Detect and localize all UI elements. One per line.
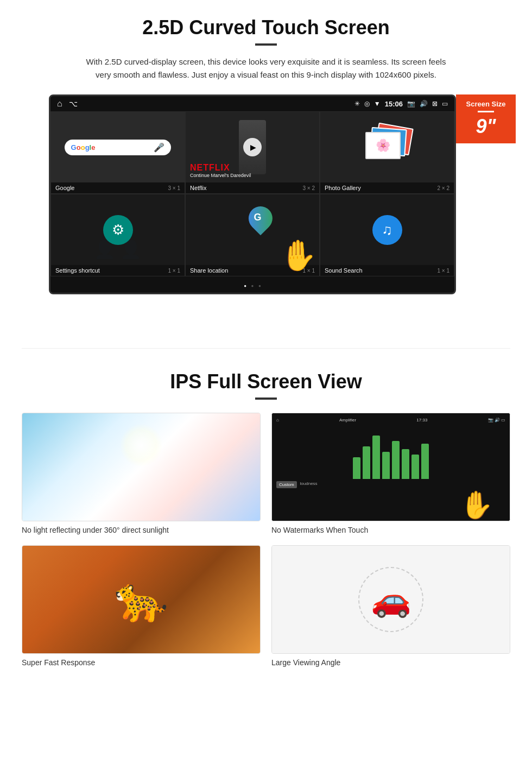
tablet-frame: ⌂ ⌥ ✳ ◎ ▼ 15:06 📷 🔊 ⊠ ▭ [49, 94, 456, 294]
eq-app-name: Amplifier [339, 418, 356, 422]
sound-bg: ♫ [320, 194, 454, 265]
usb-icon: ⌥ [69, 99, 78, 108]
gmaps-icon: G [244, 201, 277, 235]
eq-bar-8 [421, 444, 429, 479]
page-wrapper: 2.5D Curved Touch Screen With 2.5D curve… [0, 0, 532, 683]
share-cell[interactable]: G 🤚 Share location 1 × 1 [185, 194, 320, 276]
feature-equalizer: ⌂ Amplifier 17:33 📷 🔊 ▭ [271, 413, 510, 534]
window-icon: ▭ [442, 100, 448, 108]
shadow-person-2: 👤 [120, 239, 142, 260]
photo-name: Photo Gallery [325, 185, 361, 191]
cheetah-bg: 🐆 [22, 546, 260, 653]
cheetah-image: 🐆 [22, 545, 261, 654]
share-content: G 🤚 [186, 194, 319, 265]
settings-content: ⚙ 👤 👤 [51, 194, 185, 265]
photo-content: 🌸 [320, 112, 454, 182]
sound-size: 1 × 1 [437, 268, 449, 274]
google-bg: Google 🎤 [51, 112, 185, 182]
car-bg: 🚗 [272, 546, 510, 653]
photo-stack: 🌸 [365, 125, 409, 169]
feature-cheetah: 🐆 Super Fast Response [22, 545, 261, 667]
photo-cell[interactable]: 🌸 Photo Gallery 2 × 2 [320, 111, 454, 194]
eq-screen-mock: ⌂ Amplifier 17:33 📷 🔊 ▭ [272, 413, 510, 521]
section2-divider [255, 398, 277, 400]
eq-loudness-text: loudness [300, 481, 318, 488]
settings-size: 1 × 1 [168, 268, 180, 274]
settings-label: Settings shortcut 1 × 1 [51, 265, 185, 276]
page-indicator: ● ● ● [50, 276, 454, 293]
section1-divider [255, 43, 277, 46]
home-icon: ⌂ [57, 99, 62, 109]
section1-desc: With 2.5D curved-display screen, this de… [81, 55, 451, 81]
google-label: Google 3 × 1 [51, 182, 185, 193]
netflix-subtitle-text: Continue Marvel's Daredevil [190, 173, 251, 178]
cheetah-emoji: 🐆 [114, 574, 168, 625]
mic-icon: 🎤 [154, 142, 164, 153]
netflix-cell[interactable]: ▶ NETFLIX Continue Marvel's Daredevil Ne… [185, 111, 320, 194]
section2-title: IPS Full Screen View [22, 370, 510, 393]
camera-icon: 📷 [407, 100, 415, 108]
eq-bottom-controls: Custom loudness [276, 481, 505, 488]
eq-bar-6 [402, 449, 409, 479]
sunlight-image [22, 413, 261, 521]
eq-bar-1 [353, 457, 360, 479]
badge-size-text: 9" [463, 115, 509, 138]
badge-divider [478, 111, 494, 112]
car-circle: 🚗 [358, 567, 423, 632]
eq-topbar: ⌂ Amplifier 17:33 📷 🔊 ▭ [276, 418, 505, 422]
google-name: Google [55, 185, 74, 191]
status-bar: ⌂ ⌥ ✳ ◎ ▼ 15:06 📷 🔊 ⊠ ▭ [50, 96, 454, 111]
sound-name: Sound Search [325, 267, 363, 274]
status-bar-right: ✳ ◎ ▼ 15:06 📷 🔊 ⊠ ▭ [354, 100, 448, 108]
time-display: 15:06 [385, 100, 403, 108]
share-bg: G 🤚 [186, 194, 319, 265]
sky-bg [22, 413, 260, 521]
sound-cell[interactable]: ♫ Sound Search 1 × 1 [320, 194, 454, 276]
badge-title-text: Screen Size [463, 100, 509, 108]
settings-cell[interactable]: ⚙ 👤 👤 Settings shortcut 1 × 1 [50, 194, 185, 276]
eq-bar-7 [411, 455, 419, 479]
netflix-play-btn[interactable]: ▶ [243, 138, 262, 156]
netflix-name: Netflix [190, 185, 207, 191]
screen-icon: ⊠ [432, 100, 438, 108]
wifi-icon: ▼ [374, 100, 381, 108]
google-content: Google 🎤 [51, 112, 185, 182]
eq-icons: 📷 🔊 ▭ [488, 418, 505, 422]
shadow-person-1: 👤 [94, 239, 116, 260]
photo-label: Photo Gallery 2 × 2 [320, 182, 454, 193]
feature-sunlight: No light reflecting under 360° direct su… [22, 413, 261, 534]
photo-card-3: 🌸 [365, 132, 401, 159]
eq-hand: ✋ [460, 489, 493, 521]
settings-name: Settings shortcut [55, 267, 100, 274]
netflix-overlay: NETFLIX Continue Marvel's Daredevil [190, 163, 251, 178]
settings-bg: ⚙ 👤 👤 [51, 194, 185, 265]
eq-bar-3 [372, 436, 380, 479]
section-gap-1 [22, 327, 510, 349]
eq-home-icon: ⌂ [276, 418, 279, 422]
screen-size-badge: Screen Size 9" [456, 94, 516, 143]
features-grid: No light reflecting under 360° direct su… [22, 413, 510, 667]
car-image: 🚗 [271, 545, 510, 654]
music-note-icon: ♫ [372, 215, 402, 245]
google-size: 3 × 1 [168, 185, 180, 191]
eq-bars-area [276, 425, 505, 479]
sound-content: ♫ [320, 194, 454, 265]
status-bar-left: ⌂ ⌥ [57, 99, 78, 109]
sun-glow [119, 424, 163, 467]
eq-custom-btn: Custom [276, 481, 297, 488]
eq-bar-5 [392, 441, 400, 479]
sunlight-label: No light reflecting under 360° direct su… [22, 526, 261, 534]
pointing-hand: 🤚 [279, 238, 316, 273]
photo-size: 2 × 2 [437, 185, 449, 191]
location-icon: ◎ [364, 100, 370, 108]
eq-bar-2 [363, 446, 370, 479]
google-cell[interactable]: Google 🎤 Google 3 × 1 [50, 111, 185, 194]
bluetooth-icon: ✳ [354, 100, 360, 108]
equalizer-image: ⌂ Amplifier 17:33 📷 🔊 ▭ [271, 413, 510, 521]
device-area: Screen Size 9" ⌂ ⌥ ✳ ◎ ▼ 15:06 📷 🔊 ⊠ [49, 94, 483, 294]
netflix-logo-text: NETFLIX [190, 163, 251, 173]
ips-section: IPS Full Screen View No light reflecting… [22, 370, 510, 667]
google-search-bar[interactable]: Google 🎤 [65, 140, 172, 155]
share-name: Share location [190, 267, 228, 274]
netflix-content: ▶ NETFLIX Continue Marvel's Daredevil [186, 112, 319, 182]
